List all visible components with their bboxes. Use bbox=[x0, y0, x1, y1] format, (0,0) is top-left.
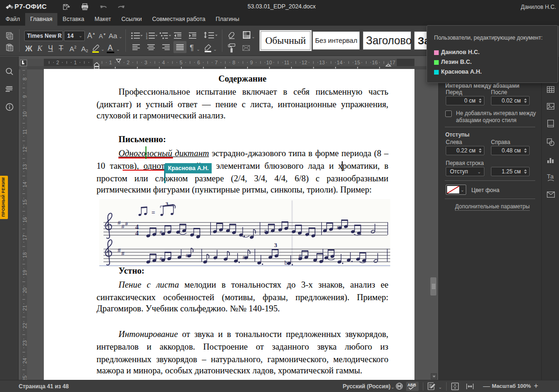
svg-text:17: 17 bbox=[22, 234, 27, 240]
svg-text:24: 24 bbox=[22, 358, 27, 364]
svg-text:8: 8 bbox=[22, 77, 27, 80]
svg-text:4: 4 bbox=[135, 229, 139, 237]
svg-text:9: 9 bbox=[22, 95, 27, 98]
svg-text:#: # bbox=[298, 253, 302, 259]
svg-text:25: 25 bbox=[22, 376, 27, 380]
svg-text:14: 14 bbox=[22, 182, 27, 187]
svg-text:12: 12 bbox=[22, 146, 27, 152]
svg-text:16: 16 bbox=[22, 217, 27, 223]
svg-text:10: 10 bbox=[22, 111, 27, 117]
svg-text:23: 23 bbox=[22, 340, 27, 346]
svg-text:3: 3 bbox=[274, 241, 277, 248]
svg-text:18: 18 bbox=[22, 252, 27, 258]
svg-text:13: 13 bbox=[22, 164, 27, 170]
svg-text:=: = bbox=[152, 209, 155, 216]
svg-text:#: # bbox=[125, 220, 128, 227]
svg-text:3: 3 bbox=[166, 201, 168, 207]
svg-text:20: 20 bbox=[22, 288, 27, 293]
svg-text:3: 3 bbox=[146, 37, 147, 39]
svg-text:19: 19 bbox=[22, 270, 27, 275]
svg-text:22: 22 bbox=[22, 323, 27, 328]
svg-text:11: 11 bbox=[22, 129, 27, 134]
svg-text:b: b bbox=[284, 259, 288, 266]
svg-text:15: 15 bbox=[22, 199, 27, 205]
svg-text:Та: Та bbox=[547, 173, 554, 180]
svg-text:21: 21 bbox=[22, 305, 27, 311]
